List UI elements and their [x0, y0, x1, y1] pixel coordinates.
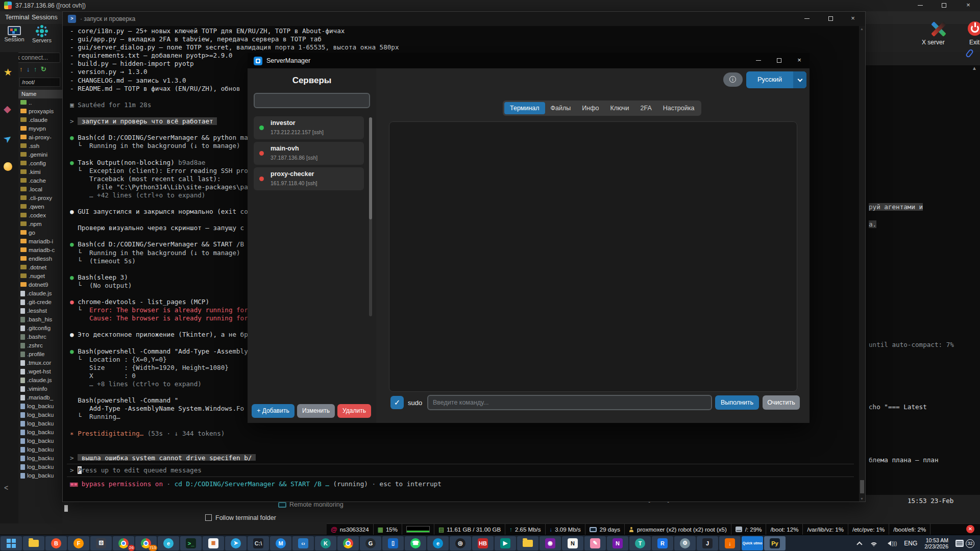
- file-row[interactable]: .qwen: [18, 203, 62, 211]
- follow-terminal-folder-checkbox[interactable]: Follow terminal folder: [205, 514, 276, 521]
- x-server-icon[interactable]: [930, 21, 947, 37]
- notifications-icon[interactable]: 32: [955, 539, 974, 548]
- obs-studio[interactable]: ◎: [450, 536, 471, 550]
- firefox-browser[interactable]: F: [68, 536, 89, 550]
- download-icon[interactable]: ↓: [27, 65, 30, 73]
- sudo-checkbox[interactable]: ✓: [390, 396, 404, 409]
- language-indicator[interactable]: ENG: [904, 540, 917, 547]
- file-row[interactable]: .git-crede: [18, 298, 62, 307]
- file-row[interactable]: mariadb-c: [18, 246, 62, 255]
- delete-server-button[interactable]: Удалить: [337, 404, 371, 418]
- tray-chevron-icon[interactable]: [859, 541, 863, 545]
- files-column-header[interactable]: Name: [18, 90, 62, 98]
- file-row[interactable]: proxyapis: [18, 107, 62, 116]
- toolbar-session-button[interactable]: Session: [1, 26, 28, 42]
- dice-app[interactable]: ⚄: [90, 536, 112, 550]
- command-input[interactable]: Введите команду...: [427, 395, 712, 410]
- chrome-browser[interactable]: [337, 536, 359, 550]
- file-row[interactable]: .lesshst: [18, 307, 62, 315]
- file-row[interactable]: log_backu: [18, 419, 62, 428]
- tab-инфо[interactable]: Инфо: [576, 102, 604, 114]
- terminal-output-panel[interactable]: [389, 121, 797, 392]
- jetbrains-app[interactable]: J: [697, 536, 718, 550]
- edge-browser-2[interactable]: e: [427, 536, 449, 550]
- folder-up-icon[interactable]: ↑: [19, 65, 23, 73]
- file-row[interactable]: .kimi: [18, 168, 62, 177]
- github-desktop[interactable]: G: [360, 536, 381, 550]
- chrome-profile-1[interactable]: 26: [113, 536, 134, 550]
- file-row[interactable]: mariadb-i: [18, 237, 62, 246]
- messenger-app[interactable]: M: [270, 536, 291, 550]
- file-row[interactable]: .gitconfig: [18, 324, 62, 333]
- menu-sessions[interactable]: Sessions: [32, 14, 58, 21]
- favorites-star-icon[interactable]: ★: [4, 66, 12, 78]
- scroll-up-icon[interactable]: ▲: [860, 27, 864, 31]
- add-server-button[interactable]: + Добавить: [252, 404, 295, 418]
- terminal-scrollbar[interactable]: ▲ ▼: [859, 26, 865, 502]
- file-row[interactable]: .claude.js: [18, 289, 62, 298]
- file-row[interactable]: dotnet9: [18, 281, 62, 289]
- file-row[interactable]: .claude: [18, 116, 62, 124]
- file-row[interactable]: log_backu: [18, 402, 62, 411]
- scroll-down-icon[interactable]: ▼: [860, 497, 864, 500]
- file-row[interactable]: .zshrc: [18, 341, 62, 350]
- command-prompt[interactable]: C:\: [248, 536, 269, 550]
- file-row[interactable]: log_backu: [18, 445, 62, 454]
- terminal-input-line[interactable]: > Press up to edit queued messages: [70, 466, 202, 474]
- gitkraken[interactable]: K: [315, 536, 336, 550]
- clear-button[interactable]: Очистить: [763, 395, 800, 410]
- vscode[interactable]: ‹›: [292, 536, 314, 550]
- telegram-plane-icon[interactable]: ➤: [1, 132, 14, 146]
- python-terminal[interactable]: Py: [764, 536, 786, 550]
- phone-link[interactable]: ▯: [382, 536, 404, 550]
- file-row[interactable]: .mariadb_: [18, 393, 62, 402]
- rider-ide[interactable]: R: [652, 536, 673, 550]
- file-row[interactable]: .gemini: [18, 151, 62, 159]
- file-row[interactable]: .bashrc: [18, 333, 62, 341]
- chrome-profile-2[interactable]: 715: [135, 536, 157, 550]
- sm-maximize-button[interactable]: [769, 53, 789, 68]
- scrollbar-thumb[interactable]: [860, 480, 864, 493]
- whatsapp[interactable]: ☎: [405, 536, 426, 550]
- sidebar-scroll-left[interactable]: <: [4, 484, 8, 492]
- taskbar-clock[interactable]: 10:53 AM2/23/2026: [924, 537, 948, 549]
- server-search-input[interactable]: [254, 93, 370, 108]
- tab-2fa[interactable]: 2FA: [635, 102, 657, 114]
- camera-app[interactable]: ◉: [540, 536, 561, 550]
- run-command-button[interactable]: Выполнить: [715, 395, 759, 410]
- file-row[interactable]: .nuget: [18, 272, 62, 281]
- sm-minimize-button[interactable]: [748, 53, 769, 68]
- file-row[interactable]: .codex: [18, 211, 62, 220]
- hb-app[interactable]: HB: [472, 536, 494, 550]
- media-player[interactable]: ▶: [495, 536, 516, 550]
- file-row[interactable]: log_backu: [18, 471, 62, 480]
- file-row[interactable]: log_backu: [18, 463, 62, 471]
- file-row[interactable]: .tmux.cor: [18, 359, 62, 367]
- chat-app[interactable]: T: [629, 536, 651, 550]
- upload-icon[interactable]: ↑: [34, 65, 37, 73]
- file-row[interactable]: ai-proxy-: [18, 133, 62, 142]
- edge-browser[interactable]: e: [158, 536, 179, 550]
- volume-icon[interactable]: ))): [885, 541, 897, 546]
- settings-app[interactable]: ⚙: [674, 536, 696, 550]
- file-row[interactable]: .profile: [18, 350, 62, 359]
- terminal-close-button[interactable]: ×: [842, 12, 864, 26]
- file-row[interactable]: .viminfo: [18, 385, 62, 393]
- brave-browser[interactable]: B: [45, 536, 67, 550]
- server-list-item[interactable]: proxy-checker161.97.118.40 [ssh]: [254, 167, 364, 190]
- server-list-item[interactable]: investor173.212.212.157 [ssh]: [254, 116, 364, 139]
- exit-power-icon[interactable]: [968, 21, 980, 36]
- file-row[interactable]: log_backu: [18, 454, 62, 463]
- media-folder[interactable]: [517, 536, 538, 550]
- refresh-icon[interactable]: ↻: [41, 65, 46, 73]
- start-button[interactable]: [1, 536, 22, 550]
- toolbar-servers-button[interactable]: Servers: [29, 26, 55, 43]
- moba-minimize-button[interactable]: [912, 0, 929, 11]
- quick-utmo[interactable]: Quick utmo: [742, 536, 763, 550]
- tab-терминал[interactable]: Терминал: [504, 102, 545, 114]
- file-row[interactable]: log_backu: [18, 411, 62, 419]
- file-row[interactable]: .ssh: [18, 142, 62, 151]
- menu-terminal[interactable]: Terminal: [5, 14, 29, 21]
- file-row[interactable]: log_backu: [18, 437, 62, 445]
- wifi-icon[interactable]: [870, 540, 878, 546]
